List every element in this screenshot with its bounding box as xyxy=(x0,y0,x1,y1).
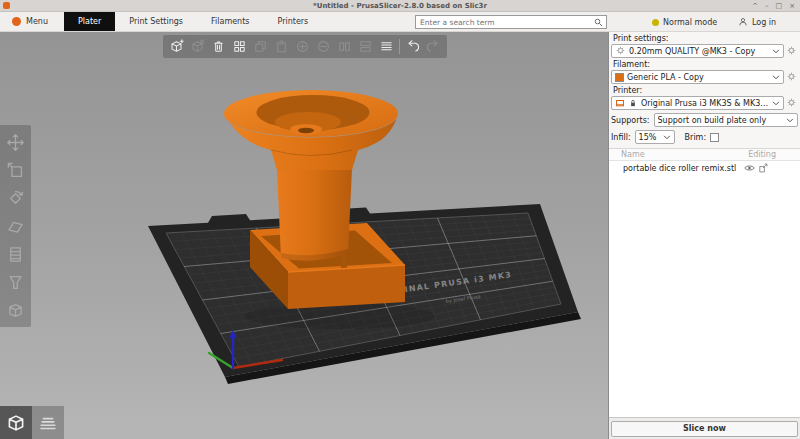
brim-label: Brim: xyxy=(685,133,707,142)
brim-checkbox[interactable] xyxy=(710,133,719,142)
supports-label: Supports: xyxy=(611,116,650,125)
visibility-eye-icon[interactable] xyxy=(744,164,755,172)
place-on-face-icon[interactable] xyxy=(2,212,30,240)
split-to-parts-icon xyxy=(355,36,376,57)
prusa-logo-icon xyxy=(12,17,21,26)
filament-combo[interactable]: Generic PLA - Copy xyxy=(611,70,784,84)
mode-selector[interactable]: Normal mode xyxy=(652,12,717,32)
chevron-down-icon xyxy=(786,118,794,123)
cut-icon[interactable] xyxy=(2,240,30,268)
3d-viewport[interactable]: ORIGINAL PRUSA i3 MK3 by Josef Prusa xyxy=(0,32,608,439)
mode-label: Normal mode xyxy=(663,18,717,27)
scale-icon[interactable] xyxy=(2,156,30,184)
object-row[interactable]: portable dice roller remix.stl xyxy=(609,161,800,175)
print-settings-label: Print settings: xyxy=(613,34,800,43)
column-name-header: Name xyxy=(609,150,645,159)
supports-combo[interactable]: Support on build plate only xyxy=(654,113,799,127)
search-icon xyxy=(594,18,603,27)
split-to-objects-icon xyxy=(334,36,355,57)
printer-label: Printer: xyxy=(613,86,800,95)
prusaslicer-window: *Untitled - PrusaSlicer-2.8.0 based on S… xyxy=(0,0,800,439)
add-instance-icon xyxy=(292,36,313,57)
titlebar: *Untitled - PrusaSlicer-2.8.0 based on S… xyxy=(0,0,800,12)
login-button[interactable]: Log in xyxy=(738,12,776,32)
filament-value: Generic PLA - Copy xyxy=(627,73,769,82)
printer-value: Original Prusa i3 MK3S & MK3S+ xyxy=(641,99,769,108)
window-close-button[interactable]: × xyxy=(789,2,795,10)
scene-canvas: ORIGINAL PRUSA i3 MK3 by Josef Prusa xyxy=(0,32,608,439)
chevron-down-icon xyxy=(772,75,780,80)
preset-gear-icon xyxy=(615,45,626,58)
search-box[interactable] xyxy=(415,15,607,29)
tab-filaments[interactable]: Filaments xyxy=(197,12,263,31)
printer-edit-button[interactable] xyxy=(786,97,798,109)
move-icon[interactable] xyxy=(2,128,30,156)
print-settings-combo[interactable]: 0.20mm QUALITY @MK3 - Copy xyxy=(611,44,784,58)
paste-icon xyxy=(271,36,292,57)
infill-value: 15% xyxy=(639,133,660,142)
redo-icon xyxy=(423,36,444,57)
support-painting-icon[interactable] xyxy=(2,268,30,296)
gizmo-toolbar xyxy=(0,125,31,327)
object-list: Name Editing portable dice roller remix.… xyxy=(609,148,800,417)
tab-printers[interactable]: Printers xyxy=(264,12,323,31)
filament-label: Filament: xyxy=(613,60,800,69)
variable-layer-height-icon[interactable] xyxy=(376,36,397,57)
tab-plater[interactable]: Plater xyxy=(64,12,115,31)
delete-icon xyxy=(187,36,208,57)
print-settings-value: 0.20mm QUALITY @MK3 - Copy xyxy=(629,47,769,56)
seam-icon[interactable] xyxy=(2,296,30,324)
tab-print-settings[interactable]: Print Settings xyxy=(115,12,197,31)
preview-view-button[interactable] xyxy=(32,406,64,439)
plater-toolbar xyxy=(163,35,447,58)
delete-all-icon[interactable] xyxy=(208,36,229,57)
copy-icon xyxy=(250,36,271,57)
main-tabs: PlaterPrint SettingsFilamentsPrinters xyxy=(64,12,322,31)
remove-instance-icon xyxy=(313,36,334,57)
search-input[interactable] xyxy=(416,18,594,27)
printer-bed-icon xyxy=(615,98,625,108)
window-shade-button[interactable]: ^ xyxy=(752,2,758,10)
sidebar: Print settings: 0.20mm QUALITY @MK3 - Co… xyxy=(608,32,800,439)
user-icon xyxy=(738,17,748,27)
infill-combo[interactable]: 15% xyxy=(635,130,675,144)
login-label: Log in xyxy=(752,18,776,27)
slice-area: Slice now xyxy=(609,417,800,439)
lock-icon xyxy=(628,98,638,108)
object-list-header: Name Editing xyxy=(609,149,800,161)
rotate-icon[interactable] xyxy=(2,184,30,212)
editor-view-button[interactable] xyxy=(0,406,32,439)
model-shadow xyxy=(245,303,435,329)
slice-now-button[interactable]: Slice now xyxy=(611,421,798,437)
menubar: Menu PlaterPrint SettingsFilamentsPrinte… xyxy=(0,12,800,32)
view-mode-buttons xyxy=(0,406,64,439)
menu-label: Menu xyxy=(26,17,48,26)
column-editing-header: Editing xyxy=(748,150,776,159)
infill-label: Infill: xyxy=(611,133,631,142)
arrange-icon[interactable] xyxy=(229,36,250,57)
printer-combo[interactable]: Original Prusa i3 MK3S & MK3S+ xyxy=(611,96,784,110)
add-icon[interactable] xyxy=(166,36,187,57)
filament-color-swatch xyxy=(615,73,624,82)
chevron-down-icon xyxy=(663,135,671,140)
window-minimize-button[interactable]: – xyxy=(765,2,769,10)
object-editing-icon[interactable] xyxy=(758,163,768,173)
chevron-down-icon xyxy=(772,101,780,106)
object-name: portable dice roller remix.stl xyxy=(609,164,736,173)
filament-edit-button[interactable] xyxy=(786,71,798,83)
window-title: *Untitled - PrusaSlicer-2.8.0 based on S… xyxy=(0,2,800,10)
undo-icon[interactable] xyxy=(402,36,423,57)
window-maximize-button[interactable]: □ xyxy=(776,2,783,10)
mode-dot-icon xyxy=(652,19,659,26)
menu-button[interactable]: Menu xyxy=(12,17,48,26)
print-settings-edit-button[interactable] xyxy=(786,45,798,57)
chevron-down-icon xyxy=(772,49,780,54)
supports-value: Support on build plate only xyxy=(658,116,784,125)
